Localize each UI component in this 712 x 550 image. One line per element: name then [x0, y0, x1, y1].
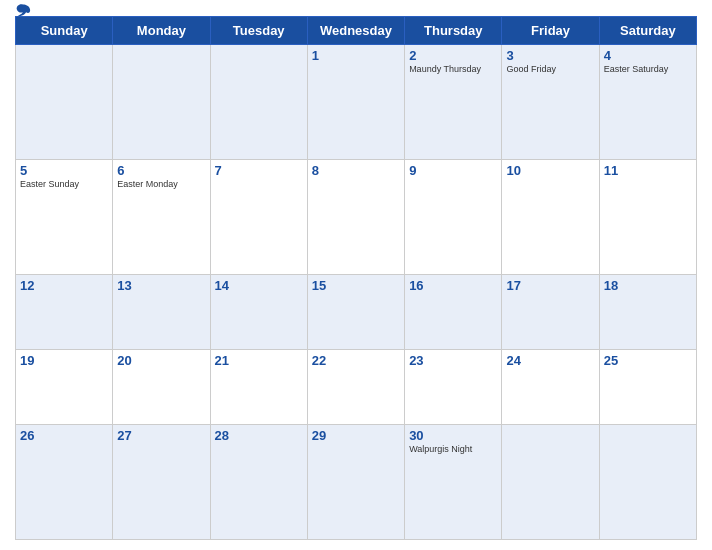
calendar-cell: 11 [599, 160, 696, 275]
holiday-label: Easter Sunday [20, 179, 108, 190]
date-number: 20 [117, 353, 205, 368]
calendar-cell: 5Easter Sunday [16, 160, 113, 275]
date-number: 3 [506, 48, 594, 63]
date-number: 10 [506, 163, 594, 178]
calendar-cell [502, 424, 599, 539]
calendar-table: SundayMondayTuesdayWednesdayThursdayFrid… [15, 16, 697, 540]
calendar-cell: 18 [599, 275, 696, 350]
calendar-week-row: 2627282930Walpurgis Night [16, 424, 697, 539]
holiday-label: Maundy Thursday [409, 64, 497, 75]
calendar-cell: 2Maundy Thursday [405, 45, 502, 160]
date-number: 8 [312, 163, 400, 178]
calendar-cell: 8 [307, 160, 404, 275]
calendar-cell: 1 [307, 45, 404, 160]
calendar-cell [210, 45, 307, 160]
date-number: 2 [409, 48, 497, 63]
day-header-thursday: Thursday [405, 17, 502, 45]
date-number: 13 [117, 278, 205, 293]
calendar-week-row: 19202122232425 [16, 350, 697, 425]
date-number: 24 [506, 353, 594, 368]
holiday-label: Easter Monday [117, 179, 205, 190]
date-number: 30 [409, 428, 497, 443]
date-number: 29 [312, 428, 400, 443]
logo-bird-icon [15, 3, 31, 17]
calendar-cell: 23 [405, 350, 502, 425]
holiday-label: Easter Saturday [604, 64, 692, 75]
date-number: 5 [20, 163, 108, 178]
calendar-week-row: 12131415161718 [16, 275, 697, 350]
calendar-cell: 9 [405, 160, 502, 275]
calendar-cell: 28 [210, 424, 307, 539]
calendar-cell: 14 [210, 275, 307, 350]
date-number: 23 [409, 353, 497, 368]
date-number: 1 [312, 48, 400, 63]
calendar-cell: 10 [502, 160, 599, 275]
date-number: 16 [409, 278, 497, 293]
calendar-week-row: 5Easter Sunday6Easter Monday7891011 [16, 160, 697, 275]
calendar-cell: 25 [599, 350, 696, 425]
date-number: 14 [215, 278, 303, 293]
calendar-week-row: 12Maundy Thursday3Good Friday4Easter Sat… [16, 45, 697, 160]
date-number: 25 [604, 353, 692, 368]
day-header-wednesday: Wednesday [307, 17, 404, 45]
calendar-cell: 27 [113, 424, 210, 539]
calendar-cell: 3Good Friday [502, 45, 599, 160]
logo-blue-text [15, 3, 33, 17]
day-header-saturday: Saturday [599, 17, 696, 45]
date-number: 28 [215, 428, 303, 443]
date-number: 27 [117, 428, 205, 443]
calendar-cell: 15 [307, 275, 404, 350]
calendar-cell [16, 45, 113, 160]
calendar-cell: 22 [307, 350, 404, 425]
calendar-cell: 19 [16, 350, 113, 425]
calendar-cell: 17 [502, 275, 599, 350]
calendar-cell: 26 [16, 424, 113, 539]
date-number: 12 [20, 278, 108, 293]
day-header-friday: Friday [502, 17, 599, 45]
calendar-header-row: SundayMondayTuesdayWednesdayThursdayFrid… [16, 17, 697, 45]
calendar-cell: 16 [405, 275, 502, 350]
logo [15, 3, 33, 17]
date-number: 6 [117, 163, 205, 178]
day-header-tuesday: Tuesday [210, 17, 307, 45]
calendar-cell: 13 [113, 275, 210, 350]
holiday-label: Good Friday [506, 64, 594, 75]
calendar-cell: 4Easter Saturday [599, 45, 696, 160]
date-number: 18 [604, 278, 692, 293]
date-number: 22 [312, 353, 400, 368]
date-number: 17 [506, 278, 594, 293]
calendar-cell: 7 [210, 160, 307, 275]
calendar-cell: 20 [113, 350, 210, 425]
date-number: 19 [20, 353, 108, 368]
date-number: 9 [409, 163, 497, 178]
calendar-cell [599, 424, 696, 539]
date-number: 11 [604, 163, 692, 178]
calendar-cell: 6Easter Monday [113, 160, 210, 275]
calendar-cell: 21 [210, 350, 307, 425]
date-number: 7 [215, 163, 303, 178]
calendar-cell: 30Walpurgis Night [405, 424, 502, 539]
calendar-cell: 29 [307, 424, 404, 539]
date-number: 21 [215, 353, 303, 368]
day-header-sunday: Sunday [16, 17, 113, 45]
calendar-cell: 12 [16, 275, 113, 350]
day-header-monday: Monday [113, 17, 210, 45]
holiday-label: Walpurgis Night [409, 444, 497, 455]
date-number: 15 [312, 278, 400, 293]
calendar-cell [113, 45, 210, 160]
date-number: 26 [20, 428, 108, 443]
date-number: 4 [604, 48, 692, 63]
calendar-cell: 24 [502, 350, 599, 425]
